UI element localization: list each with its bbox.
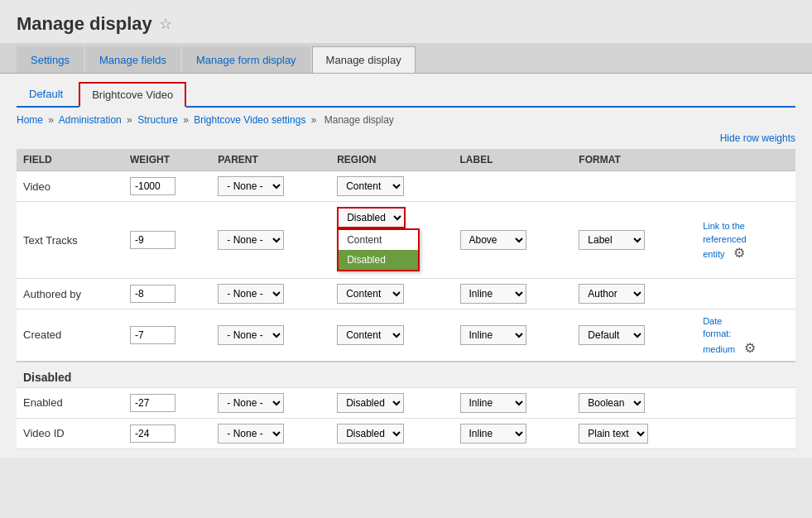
field-enabled: Enabled: [17, 387, 123, 418]
parent-enabled: - None -: [211, 387, 330, 418]
col-label: LABEL: [454, 149, 573, 171]
gear-icon-text-tracks[interactable]: ⚙: [733, 246, 745, 260]
parent-select-video-id[interactable]: - None -: [218, 424, 284, 444]
field-authored-by: Authored by: [17, 279, 123, 309]
label-select-text-tracks[interactable]: Above Inline Hidden: [460, 230, 526, 250]
top-tabs: Settings Manage fields Manage form displ…: [0, 43, 812, 74]
weight-input-enabled[interactable]: [130, 394, 175, 412]
parent-authored-by: - None -: [211, 279, 330, 309]
dropdown-option-content[interactable]: Content: [339, 230, 418, 250]
page-title: Manage display: [17, 13, 152, 35]
parent-select-text-tracks[interactable]: - None -: [218, 230, 284, 250]
dropdown-option-disabled[interactable]: Disabled: [339, 250, 418, 270]
second-tabs: Default Brightcove Video: [17, 82, 795, 108]
format-select-enabled[interactable]: Boolean: [579, 393, 645, 413]
region-select-video-id[interactable]: Content Disabled: [337, 424, 404, 444]
parent-video-id: - None -: [211, 418, 330, 448]
breadcrumb-administration[interactable]: Administration: [59, 114, 122, 126]
tab-settings[interactable]: Settings: [17, 46, 84, 73]
field-video-id: Video ID: [17, 418, 123, 448]
col-region: REGION: [330, 149, 453, 171]
field-text-tracks: Text Tracks: [17, 202, 123, 279]
region-enabled: Content Disabled: [330, 387, 453, 418]
format-video-id: Plain text: [572, 418, 696, 448]
breadcrumb-sep-3: »: [311, 114, 317, 126]
col-field: FIELD: [17, 149, 123, 171]
parent-created: - None -: [211, 309, 330, 362]
format-select-created[interactable]: Default: [579, 325, 645, 345]
format-select-video-id[interactable]: Plain text: [579, 424, 648, 444]
tab-manage-fields[interactable]: Manage fields: [85, 46, 180, 73]
label-video-id: Inline Above Hidden: [454, 418, 573, 448]
region-video-id: Content Disabled: [330, 418, 453, 448]
format-enabled: Boolean: [572, 387, 696, 418]
parent-text-tracks: - None -: [211, 202, 330, 279]
disabled-section-title: Disabled: [17, 362, 795, 388]
format-note-created: Dateformat:medium: [703, 316, 735, 354]
label-enabled: Inline Above Hidden: [454, 387, 573, 418]
parent-select-authored-by[interactable]: - None -: [218, 284, 284, 304]
region-select-created[interactable]: Content Disabled: [337, 325, 404, 345]
extra-video-id: [696, 418, 795, 448]
weight-input-created[interactable]: [130, 326, 175, 344]
tab-manage-display[interactable]: Manage display: [312, 46, 416, 73]
breadcrumb: Home » Administration » Structure » Brig…: [17, 114, 795, 126]
label-select-video-id[interactable]: Inline Above Hidden: [460, 424, 526, 444]
disabled-section-header: Disabled: [17, 362, 795, 388]
col-extra: [696, 149, 795, 171]
extra-text-tracks: Link to thereferencedentity ⚙: [696, 202, 795, 279]
extra-created: Dateformat:medium ⚙: [696, 309, 795, 362]
breadcrumb-structure[interactable]: Structure: [137, 114, 178, 126]
table-row: Created - None - Content Disabled: [17, 309, 795, 362]
weight-created: [123, 309, 211, 362]
region-dropdown-container: Content Disabled Content Disabled: [337, 207, 406, 228]
parent-select-created[interactable]: - None -: [218, 325, 284, 345]
main-table: FIELD WEIGHT PARENT REGION LABEL FORMAT …: [17, 149, 795, 449]
label-select-enabled[interactable]: Inline Above Hidden: [460, 393, 526, 413]
page-wrapper: Manage display ☆ Settings Manage fields …: [0, 0, 812, 518]
breadcrumb-current: Manage display: [324, 114, 394, 126]
format-select-text-tracks[interactable]: Label: [579, 230, 645, 250]
parent-select-enabled[interactable]: - None -: [218, 393, 284, 413]
breadcrumb-brightcove-settings[interactable]: Brightcove Video settings: [194, 114, 305, 126]
format-video: [572, 171, 696, 202]
hide-row-weights-link[interactable]: Hide row weights: [17, 132, 795, 144]
tab-default[interactable]: Default: [17, 82, 75, 108]
weight-input-text-tracks[interactable]: [130, 231, 175, 249]
format-select-authored-by[interactable]: Author: [579, 284, 645, 304]
gear-icon-created[interactable]: ⚙: [744, 341, 756, 355]
extra-authored-by: [696, 279, 795, 309]
region-select-enabled[interactable]: Content Disabled: [337, 393, 404, 413]
table-row: Video - None - Content Disabled: [17, 171, 795, 202]
extra-video: [696, 171, 795, 202]
label-authored-by: Inline Above Hidden: [454, 279, 573, 309]
label-text-tracks: Above Inline Hidden: [454, 202, 573, 279]
weight-input-authored-by[interactable]: [130, 285, 175, 303]
label-select-authored-by[interactable]: Inline Above Hidden: [460, 284, 526, 304]
tab-brightcove-video[interactable]: Brightcove Video: [79, 82, 186, 108]
content-area: Default Brightcove Video Home » Administ…: [0, 74, 812, 458]
label-select-created[interactable]: Inline Above Hidden: [460, 325, 526, 345]
hide-row-weights-anchor[interactable]: Hide row weights: [720, 132, 795, 144]
region-dropdown-menu: Content Disabled: [337, 228, 420, 271]
parent-select-video[interactable]: - None -: [218, 176, 284, 196]
region-video: Content Disabled: [330, 171, 453, 202]
weight-input-video[interactable]: [130, 177, 175, 195]
region-created: Content Disabled: [330, 309, 453, 362]
format-text-tracks: Label: [572, 202, 696, 279]
region-select-video[interactable]: Content Disabled: [337, 176, 404, 196]
region-select-text-tracks[interactable]: Content Disabled: [337, 207, 406, 228]
breadcrumb-home[interactable]: Home: [17, 114, 43, 126]
star-icon[interactable]: ☆: [159, 15, 172, 33]
tab-manage-form-display[interactable]: Manage form display: [182, 46, 310, 73]
col-format: FORMAT: [572, 149, 696, 171]
weight-video: [123, 171, 211, 202]
weight-input-video-id[interactable]: [130, 424, 175, 443]
region-authored-by: Content Disabled: [330, 279, 453, 309]
label-video: [454, 171, 573, 202]
weight-video-id: [123, 418, 211, 448]
region-select-authored-by[interactable]: Content Disabled: [337, 284, 404, 304]
table-header-row: FIELD WEIGHT PARENT REGION LABEL FORMAT: [17, 149, 795, 171]
region-text-tracks: Content Disabled Content Disabled: [330, 202, 453, 279]
field-video: Video: [17, 171, 123, 202]
